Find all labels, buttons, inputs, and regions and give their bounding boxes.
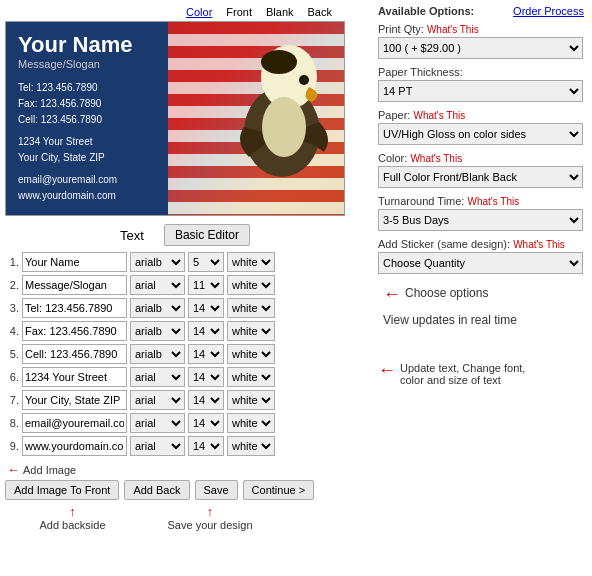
available-options-label: Available Options: (378, 5, 474, 17)
svg-point-5 (262, 97, 306, 157)
back-tab[interactable]: Back (305, 5, 335, 19)
size-select-4[interactable]: 14 (188, 321, 224, 341)
size-select-3[interactable]: 14 (188, 298, 224, 318)
save-design-label: Save your design (168, 519, 253, 531)
card-text-content: Your Name Message/Slogan Tel: 123.456.78… (6, 22, 192, 215)
color-select-3[interactable]: white (227, 298, 275, 318)
update-text-arrow-icon: ← (378, 360, 396, 381)
add-image-arrow-icon: ← (7, 462, 20, 477)
text-input-5[interactable] (22, 344, 127, 364)
text-input-8[interactable] (22, 413, 127, 433)
size-select-9[interactable]: 14 (188, 436, 224, 456)
table-row: 9. arial 14 white (5, 436, 365, 456)
color-select-7[interactable]: white (227, 390, 275, 410)
card-contact: Tel: 123.456.7890 Fax: 123.456.7890 Cell… (18, 80, 180, 128)
row-number: 8. (5, 417, 19, 429)
text-input-6[interactable] (22, 367, 127, 387)
paper-thickness-label: Paper Thickness: (378, 66, 584, 78)
add-back-button[interactable]: Add Back (124, 480, 189, 500)
font-select-3[interactable]: arialb (130, 298, 185, 318)
save-button[interactable]: Save (195, 480, 238, 500)
update-text-label: Update text, Change font, color and size… (400, 362, 525, 386)
row-number: 9. (5, 440, 19, 452)
front-tab[interactable]: Front (223, 5, 255, 19)
print-qty-select[interactable]: 100 ( + $29.00 ) (378, 37, 583, 59)
table-row: 5. arialb 14 white (5, 344, 365, 364)
row-number: 7. (5, 394, 19, 406)
print-qty-label: Print Qty: What's This (378, 23, 584, 35)
text-input-4[interactable] (22, 321, 127, 341)
continue-button[interactable]: Continue > (243, 480, 315, 500)
font-select-5[interactable]: arialb (130, 344, 185, 364)
table-row: 6. arial 14 white (5, 367, 365, 387)
table-row: 7. arial 14 white (5, 390, 365, 410)
table-row: 3. arialb 14 white (5, 298, 365, 318)
row-number: 1. (5, 256, 19, 268)
size-select-8[interactable]: 14 (188, 413, 224, 433)
action-buttons-row: Add Image To Front Add Back Save Continu… (5, 480, 365, 500)
color-select[interactable]: Full Color Front/Blank Back (378, 166, 583, 188)
text-input-3[interactable] (22, 298, 127, 318)
text-input-7[interactable] (22, 390, 127, 410)
paper-select[interactable]: UV/High Gloss on color sides (378, 123, 583, 145)
row-number: 5. (5, 348, 19, 360)
size-select-2[interactable]: 11 (188, 275, 224, 295)
row-number: 3. (5, 302, 19, 314)
color-select-5[interactable]: white (227, 344, 275, 364)
color-select-1[interactable]: white (227, 252, 275, 272)
card-email-web: email@youremail.com www.yourdomain.com (18, 172, 180, 204)
text-input-2[interactable] (22, 275, 127, 295)
font-select-9[interactable]: arial (130, 436, 185, 456)
color-whats-this[interactable]: What's This (410, 153, 462, 164)
svg-point-4 (261, 50, 297, 74)
card-eagle-bg (168, 22, 344, 215)
sticker-select[interactable]: Choose Quantity (378, 252, 583, 274)
turnaround-whats-this[interactable]: What's This (467, 196, 519, 207)
table-row: 4. arialb 14 white (5, 321, 365, 341)
size-select-1[interactable]: 5 (188, 252, 224, 272)
print-qty-whats-this[interactable]: What's This (427, 24, 479, 35)
size-select-5[interactable]: 14 (188, 344, 224, 364)
add-backside-label: Add backside (39, 519, 105, 531)
text-input-1[interactable] (22, 252, 127, 272)
font-select-7[interactable]: arial (130, 390, 185, 410)
card-name: Your Name (18, 32, 180, 58)
color-select-2[interactable]: white (227, 275, 275, 295)
card-slogan: Message/Slogan (18, 58, 180, 70)
svg-point-3 (303, 77, 307, 81)
paper-thickness-select[interactable]: 14 PT (378, 80, 583, 102)
order-process-link[interactable]: Order Process (513, 5, 584, 17)
color-label: Color: What's This (378, 152, 584, 164)
choose-options-label: Choose options (405, 286, 488, 300)
font-select-6[interactable]: arial (130, 367, 185, 387)
sticker-whats-this[interactable]: What's This (513, 239, 565, 250)
row-number: 6. (5, 371, 19, 383)
size-select-6[interactable]: 14 (188, 367, 224, 387)
turnaround-select[interactable]: 3-5 Bus Days (378, 209, 583, 231)
view-updates-label: View updates in real time (383, 313, 517, 327)
basic-editor-button[interactable]: Basic Editor (164, 224, 250, 246)
sticker-label: Add Sticker (same design): What's This (378, 238, 584, 250)
color-select-8[interactable]: white (227, 413, 275, 433)
size-select-7[interactable]: 14 (188, 390, 224, 410)
color-tab[interactable]: Color (183, 5, 215, 19)
choose-options-arrow-icon: ← (383, 284, 401, 305)
right-panel: Available Options: Order Process Print Q… (370, 0, 592, 536)
save-design-arrow-icon: ↑ (207, 504, 214, 519)
color-select-9[interactable]: white (227, 436, 275, 456)
font-select-1[interactable]: arialb (130, 252, 185, 272)
add-image-front-button[interactable]: Add Image To Front (5, 480, 119, 500)
font-select-4[interactable]: arialb (130, 321, 185, 341)
color-select-6[interactable]: white (227, 367, 275, 387)
font-select-2[interactable]: arial (130, 275, 185, 295)
color-select-4[interactable]: white (227, 321, 275, 341)
blank-tab[interactable]: Blank (263, 5, 297, 19)
row-number: 4. (5, 325, 19, 337)
text-input-9[interactable] (22, 436, 127, 456)
text-rows-container: 1. arialb 5 white 2. arial 11 white 3. a… (5, 252, 365, 456)
card-preview: Your Name Message/Slogan Tel: 123.456.78… (5, 21, 345, 216)
paper-whats-this[interactable]: What's This (413, 110, 465, 121)
card-address: 1234 Your Street Your City, State ZIP (18, 134, 180, 166)
font-select-8[interactable]: arial (130, 413, 185, 433)
row-number: 2. (5, 279, 19, 291)
